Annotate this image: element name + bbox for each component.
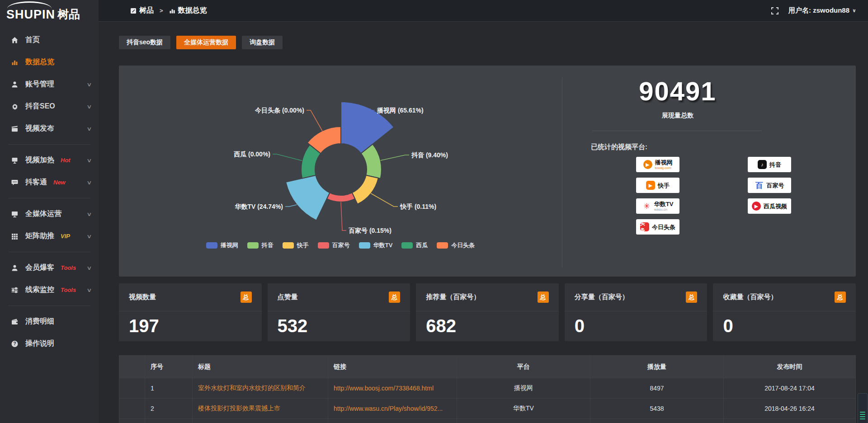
column-header-plays: 播放量 <box>590 356 724 378</box>
platforms-title: 已统计的视频平台: <box>591 143 856 151</box>
legend-item-baijiahao[interactable]: 百家号 <box>318 241 350 249</box>
platform-badge-xigua: ▶西瓜视频 <box>748 198 791 214</box>
sidebar-item-operation-guide[interactable]: ?操作说明 <box>0 333 99 355</box>
sidebar-divider <box>8 306 90 306</box>
legend-item-boshiwang[interactable]: 播视网 <box>206 241 238 249</box>
sidebar-item-label: 抖音SEO <box>25 102 55 111</box>
stat-card-collect-count: 收藏量（百家号）总0 <box>713 283 856 341</box>
legend-label: 播视网 <box>221 241 238 249</box>
topbar: 树品>数据总览 用户名: zswodun88 ∨ <box>99 0 868 22</box>
legend-item-kuaishou[interactable]: 快手 <box>283 241 309 249</box>
sidebar-item-member-baoke[interactable]: 会员爆客Tools∨ <box>0 257 99 279</box>
platform-name: 百家号 <box>767 183 784 188</box>
platform-name: 播视网 <box>655 160 673 165</box>
sidebar-item-data-overview[interactable]: 数据总览 <box>0 51 99 73</box>
cell-title[interactable]: 室外水纹灯和室内水纹灯的区别和简介 <box>193 378 328 399</box>
checkbox-cell <box>119 419 145 423</box>
pie-slice-kuaishou[interactable] <box>352 175 378 204</box>
user-icon <box>10 264 19 272</box>
sidebar-divider <box>8 144 90 145</box>
pie-label-line-kuaishou <box>371 193 398 207</box>
platform-badge-toutiao: 头条今日头条 <box>636 219 679 235</box>
legend-swatch <box>283 242 294 249</box>
clapper-icon <box>10 125 19 132</box>
sidebar-item-home[interactable]: 首页 <box>0 29 99 51</box>
wallet-icon <box>10 318 19 325</box>
sidebar-item-douketong[interactable]: 抖客通New∨ <box>0 171 99 193</box>
pie-slice-baijiahao[interactable] <box>327 193 355 202</box>
fullscreen-icon[interactable] <box>771 7 778 14</box>
breadcrumb-item-shupin[interactable]: 树品 <box>130 6 154 15</box>
cell-title[interactable] <box>193 419 328 423</box>
cell-title[interactable]: 楼体投影灯投影效果震撼上市 <box>193 399 328 419</box>
sidebar-item-badge: VIP <box>61 233 70 240</box>
summary-section: 90491 展现量总数 已统计的视频平台: ▶播视网boosj.com▶快手✳华… <box>562 66 856 277</box>
legend-item-xigua[interactable]: 西瓜 <box>401 241 428 249</box>
platform-badge-grid: ▶播视网boosj.com▶快手✳华数TVwasu.cn头条今日头条♪抖音百百家… <box>636 157 856 235</box>
sidebar-item-label: 矩阵助推 <box>25 231 54 241</box>
legend-swatch <box>359 242 370 249</box>
platform-badge-douyin: ♪抖音 <box>748 157 791 172</box>
cell-plays: 8497 <box>590 378 724 399</box>
pie-label-line-toutiao <box>307 110 322 131</box>
sidebar-item-video-publish[interactable]: 视频发布∨ <box>0 118 99 140</box>
chevron-down-icon: ∨ <box>86 265 92 271</box>
legend-item-douyin[interactable]: 抖音 <box>247 241 274 249</box>
breadcrumb-label: 树品 <box>139 6 154 15</box>
legend-item-wasu-tv[interactable]: 华数TV <box>359 241 393 249</box>
legend-item-toutiao[interactable]: 今日头条 <box>437 241 475 249</box>
chevron-down-icon: ∨ <box>86 81 92 88</box>
stat-card-label: 推荐量（百家号） <box>426 293 480 301</box>
sidebar-item-label: 账号管理 <box>25 80 54 89</box>
breadcrumb-item-data-overview[interactable]: 数据总览 <box>169 6 207 15</box>
pie-label-xigua: 西瓜 (0.00%) <box>234 150 270 158</box>
chevron-down-icon: ∨ <box>86 157 92 164</box>
tab-inquiry-data[interactable]: 询盘数据 <box>242 36 283 49</box>
sidebar-item-badge: Hot <box>61 157 71 164</box>
total-badge: 总 <box>389 291 400 303</box>
cell-time: 2018-04-26 16:24 <box>724 399 856 419</box>
pie-slice-wasu-tv[interactable] <box>286 175 330 221</box>
sidebar-item-badge: Tools <box>61 264 76 271</box>
sidebar-item-badge: Tools <box>61 287 76 293</box>
column-header-link: 链接 <box>328 356 457 378</box>
pie-label-line-baijiahao <box>341 202 346 230</box>
tab-omni-media-data[interactable]: 全媒体运营数据 <box>176 36 236 49</box>
sidebar-item-label: 操作说明 <box>25 339 54 348</box>
xigua-logo-icon: ▶ <box>752 202 761 211</box>
platform-column: ♪抖音百百家号▶西瓜视频 <box>748 157 791 235</box>
legend-swatch <box>247 242 259 249</box>
floating-contact-widget[interactable] <box>858 393 868 423</box>
sidebar-item-video-heating[interactable]: 视频加热Hot∨ <box>0 149 99 171</box>
sidebar-item-omni-media[interactable]: 全媒体运营∨ <box>0 203 99 225</box>
cell-link[interactable]: http://www.boosj.com/7338468.html <box>328 378 457 399</box>
data-tabs: 抖音seo数据全媒体运营数据询盘数据 <box>119 36 856 49</box>
platform-name: 华数TV <box>654 201 674 207</box>
sidebar-item-matrix-boost[interactable]: 矩阵助推VIP∨ <box>0 225 99 247</box>
cell-num <box>145 419 193 423</box>
column-header-platform: 平台 <box>457 356 590 378</box>
platform-badge-wasu-tv: ✳华数TVwasu.cn <box>636 198 679 214</box>
checkbox-cell <box>119 378 145 399</box>
platform-name: 今日头条 <box>652 224 675 230</box>
sidebar-item-label: 首页 <box>25 35 40 45</box>
stat-card-value: 532 <box>268 311 410 336</box>
sidebar-item-douyin-seo[interactable]: 抖音SEO∨ <box>0 95 99 118</box>
sidebar-item-lead-monitor[interactable]: 线索监控Tools∨ <box>0 279 99 301</box>
chart-legend: 播视网抖音快手百家号华数TV西瓜今日头条 <box>119 241 562 249</box>
user-menu[interactable]: 用户名: zswodun88 ∨ <box>788 6 856 15</box>
cell-link[interactable] <box>328 419 457 423</box>
toutiao-logo-icon: 头条 <box>640 222 649 231</box>
cell-link[interactable]: http://www.wasu.cn/Play/show/id/952... <box>328 399 457 419</box>
chevron-down-icon: ∨ <box>86 179 92 186</box>
videos-table: 序号标题链接平台播放量发布时间 1室外水纹灯和室内水纹灯的区别和简介http:/… <box>119 355 856 423</box>
legend-swatch <box>318 242 329 249</box>
pie-label-douyin: 抖音 (9.40%) <box>411 151 448 159</box>
sidebar-item-consumption-detail[interactable]: 消费明细 <box>0 310 99 333</box>
column-header-num: 序号 <box>145 356 193 378</box>
cell-platform <box>457 419 590 423</box>
pie-label-boshiwang: 播视网 (65.61%) <box>377 107 424 114</box>
table-row <box>119 419 856 423</box>
tab-douyin-seo-data[interactable]: 抖音seo数据 <box>119 36 170 49</box>
sidebar-item-account-management[interactable]: 账号管理∨ <box>0 73 99 95</box>
